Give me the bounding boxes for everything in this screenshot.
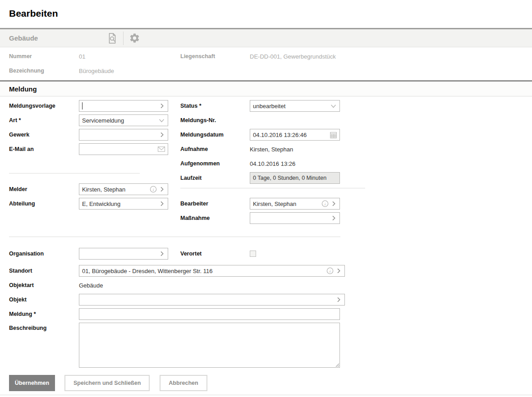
beschreibung-label: Beschreibung bbox=[9, 323, 79, 331]
meldungsdatum-input[interactable] bbox=[250, 132, 330, 138]
standort-field: i bbox=[79, 265, 345, 277]
aufnahme-value: Kirsten, Stephan bbox=[250, 146, 293, 153]
melder-input[interactable] bbox=[79, 186, 150, 193]
chevron-down-icon bbox=[158, 117, 168, 124]
standort-input[interactable] bbox=[79, 268, 326, 274]
uebernehmen-button[interactable]: Übernehmen bbox=[9, 375, 55, 391]
info-icon[interactable]: i bbox=[326, 267, 334, 274]
gebaeude-row-1: Nummer 01 Liegenschaft DE-DD-001, Gewerb… bbox=[9, 50, 523, 62]
bearbeiter-input[interactable] bbox=[250, 201, 321, 207]
objekt-input[interactable] bbox=[79, 297, 335, 303]
page-bottom-border bbox=[0, 395, 532, 395]
bezeichnung-label: Bezeichnung bbox=[9, 68, 79, 74]
info-icon[interactable]: i bbox=[321, 200, 329, 207]
svg-text:i: i bbox=[153, 187, 154, 192]
lower-group-divider bbox=[9, 237, 340, 237]
meldung-form: Meldungsvorlage Art * Servicemeldung bbox=[0, 96, 532, 397]
settings-button[interactable] bbox=[124, 29, 145, 47]
gewerk-input[interactable] bbox=[79, 132, 158, 138]
gewerk-picker[interactable] bbox=[158, 131, 168, 138]
bearbeiter-row: Bearbeiter i bbox=[180, 198, 365, 210]
abbrechen-button[interactable]: Abbrechen bbox=[160, 375, 207, 391]
email-an-label: E-Mail an bbox=[9, 146, 79, 152]
meldung-section-title: Meldung bbox=[0, 85, 37, 93]
aufgenommen-value: 04.10.2016 13:26 bbox=[250, 160, 295, 167]
status-selected-value: unbearbeitet bbox=[250, 103, 330, 110]
bezeichnung-value: Bürogebäude bbox=[79, 68, 180, 74]
form-lower-group: Organisation Verortet Standort i bbox=[9, 237, 345, 370]
objektart-value: Gebäude bbox=[79, 282, 103, 289]
meldung-text-input[interactable] bbox=[79, 311, 339, 318]
nummer-value: 01 bbox=[79, 53, 180, 60]
gear-icon bbox=[129, 32, 140, 44]
chevron-down-icon bbox=[330, 102, 339, 110]
verortet-checkbox[interactable] bbox=[250, 251, 256, 257]
status-select[interactable]: unbearbeitet bbox=[250, 100, 340, 112]
standort-label: Standort bbox=[9, 268, 79, 274]
massnahme-picker[interactable] bbox=[330, 214, 339, 222]
meldungsvorlage-input[interactable] bbox=[83, 103, 158, 110]
melder-field: i bbox=[79, 183, 168, 195]
meldungsvorlage-label: Meldungsvorlage bbox=[9, 103, 79, 109]
massnahme-field bbox=[250, 212, 340, 224]
gewerk-field bbox=[79, 129, 168, 141]
meldungsdatum-field bbox=[250, 129, 340, 141]
aufnahme-row: Aufnahme Kirsten, Stephan bbox=[180, 143, 365, 155]
nummer-label: Nummer bbox=[9, 53, 79, 59]
abteilung-picker[interactable] bbox=[158, 200, 168, 207]
envelope-icon bbox=[157, 146, 168, 153]
art-row: Art * Servicemeldung bbox=[9, 114, 177, 126]
organisation-picker[interactable] bbox=[158, 250, 168, 257]
svg-text:i: i bbox=[330, 269, 331, 274]
liegenschaft-label: Liegenschaft bbox=[180, 53, 250, 59]
organisation-input[interactable] bbox=[79, 251, 158, 257]
meldung-text-label: Meldung * bbox=[9, 311, 79, 317]
speichern-und-schliessen-button[interactable]: Speichern und Schließen bbox=[64, 375, 150, 391]
beschreibung-textarea[interactable] bbox=[79, 323, 340, 368]
gebaeude-section-header: Gebäude bbox=[0, 28, 532, 47]
document-search-icon bbox=[106, 32, 118, 44]
form-actions: Übernehmen Speichern und Schließen Abbre… bbox=[9, 375, 207, 391]
abteilung-row: Abteilung bbox=[9, 198, 177, 210]
art-select[interactable]: Servicemeldung bbox=[79, 114, 168, 126]
meldungsdatum-label: Meldungsdatum bbox=[180, 132, 250, 138]
verortet-label: Verortet bbox=[180, 251, 250, 257]
melder-picker[interactable] bbox=[158, 186, 165, 193]
objektart-label: Objektart bbox=[9, 282, 79, 288]
info-icon[interactable]: i bbox=[150, 186, 157, 193]
calendar-icon[interactable] bbox=[330, 131, 339, 139]
email-an-field bbox=[79, 143, 168, 155]
edit-form-page: Bearbeiten Gebäude Numme bbox=[0, 0, 532, 397]
meldungs-nr-label: Meldungs-Nr. bbox=[180, 117, 250, 123]
meldungsvorlage-row: Meldungsvorlage bbox=[9, 100, 177, 112]
form-column-left: Meldungsvorlage Art * Servicemeldung bbox=[9, 100, 177, 212]
melder-row: Melder i bbox=[9, 183, 177, 195]
laufzeit-field bbox=[250, 172, 340, 184]
objekt-picker[interactable] bbox=[335, 296, 344, 303]
meldungs-nr-row: Meldungs-Nr. bbox=[180, 114, 365, 126]
standort-picker[interactable] bbox=[335, 267, 342, 274]
meldungsvorlage-field bbox=[79, 100, 168, 112]
svg-text:i: i bbox=[325, 202, 326, 206]
massnahme-input[interactable] bbox=[250, 215, 330, 222]
abteilung-label: Abteilung bbox=[9, 201, 79, 207]
meldung-text-row: Meldung * bbox=[9, 308, 345, 320]
laufzeit-value bbox=[250, 175, 339, 181]
gebaeude-row-2: Bezeichnung Bürogebäude bbox=[9, 65, 523, 77]
organisation-field bbox=[79, 248, 168, 260]
bearbeiter-picker[interactable] bbox=[330, 200, 337, 207]
gebaeude-fields: Nummer 01 Liegenschaft DE-DD-001, Gewerb… bbox=[9, 50, 523, 79]
status-row: Status * unbearbeitet bbox=[180, 100, 365, 112]
meldungsvorlage-picker[interactable] bbox=[158, 102, 168, 110]
page-title: Bearbeiten bbox=[9, 8, 58, 19]
beschreibung-row: Beschreibung bbox=[9, 323, 345, 368]
gewerk-label: Gewerk bbox=[9, 132, 79, 138]
preview-button[interactable] bbox=[101, 29, 123, 47]
email-an-input[interactable] bbox=[79, 146, 157, 153]
objektart-row: Objektart Gebäude bbox=[9, 279, 345, 291]
abteilung-input[interactable] bbox=[79, 201, 158, 207]
objekt-field bbox=[79, 294, 345, 306]
objekt-row: Objekt bbox=[9, 294, 345, 306]
form-column-right: Status * unbearbeitet Meldungs-Nr. Meldu… bbox=[180, 100, 365, 227]
bearbeiter-label: Bearbeiter bbox=[180, 201, 250, 207]
